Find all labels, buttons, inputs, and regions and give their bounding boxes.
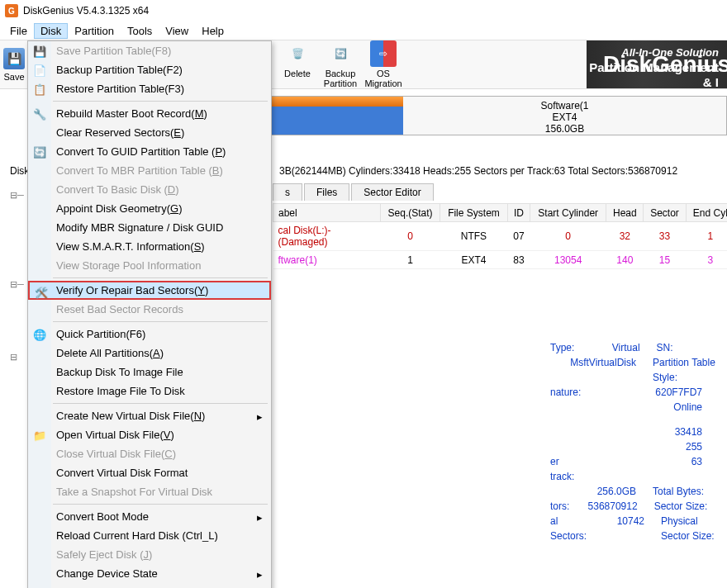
detail-type-label: Type: xyxy=(550,340,574,355)
detail-al-sectors-value: 10742 xyxy=(587,514,661,543)
col-id[interactable]: ID xyxy=(507,204,530,222)
repair-icon: 🔧 xyxy=(32,107,47,121)
partition-seg2-size: 156.0GB xyxy=(403,123,726,135)
col-label[interactable]: abel xyxy=(273,204,381,222)
detail-heads-value: 255 xyxy=(579,439,719,454)
detail-type-value: Virtual xyxy=(574,340,656,355)
menu-convert-mbr[interactable]: Convert To MBR Partition Table (B) xyxy=(28,161,271,180)
globe-icon: 🌐 xyxy=(32,327,47,342)
detail-pts-label: Partition Table Style: xyxy=(653,355,719,385)
detail-sector-size-label: Sector Size: xyxy=(654,499,719,514)
trash-icon: 🗑️ xyxy=(284,40,311,67)
menu-save-partition-table[interactable]: 💾 Save Partition Table(F8) xyxy=(28,41,271,60)
detail-total-bytes-label: Total Bytes: xyxy=(653,484,719,499)
backup-partition-label: Backup Partition xyxy=(321,69,360,88)
save-label: Save xyxy=(1,72,27,82)
col-seq[interactable]: Seq.(Stat) xyxy=(381,204,440,222)
menu-disk[interactable]: Disk xyxy=(34,23,68,39)
menu-appoint-geometry[interactable]: Appoint Disk Geometry(G) xyxy=(28,199,271,218)
tree-node-icon[interactable]: ⊟─ xyxy=(10,279,24,290)
toolbar-save-button[interactable]: Save xyxy=(0,40,28,89)
restore-icon: 📋 xyxy=(32,82,47,97)
detail-model-value: MsftVirtualDisk xyxy=(567,355,653,385)
menu-partition[interactable]: Partition xyxy=(68,23,121,39)
menu-view-smart[interactable]: View S.M.A.R.T. Information(S) xyxy=(28,237,271,256)
detail-tors-value: 536870912 xyxy=(569,499,653,514)
tab-files[interactable]: Files xyxy=(304,183,349,201)
detail-cap-value: 256.0GB xyxy=(567,484,653,499)
menu-open-virtual-disk[interactable]: 📁 Open Virtual Disk File(V) xyxy=(28,425,271,444)
menu-restore-disk-image[interactable]: Restore Image File To Disk xyxy=(28,382,271,401)
detail-sn-label: SN: xyxy=(657,340,719,355)
tree-node-icon[interactable]: ⊟─ xyxy=(10,190,24,201)
table-header-row: abel Seq.(Stat) File System ID Start Cyl… xyxy=(273,204,728,222)
chevron-right-icon: ▸ xyxy=(257,410,263,423)
table-icon: 📄 xyxy=(32,63,47,78)
menu-convert-basic[interactable]: Convert To Basic Disk (D) xyxy=(28,180,271,199)
detail-nature-value: 620F7FD7 xyxy=(581,385,719,400)
detail-status-value: Online xyxy=(579,400,719,415)
menu-safely-eject[interactable]: Safely Eject Disk (J) xyxy=(28,545,271,564)
col-start-cyl[interactable]: Start Cylinder xyxy=(530,204,606,222)
toolbar-backup-partition-button[interactable]: 🔄 Backup Partition xyxy=(319,37,362,92)
tab-sector-editor[interactable]: Sector Editor xyxy=(351,183,433,201)
menu-delete-all-partitions[interactable]: Delete All Partitions(A) xyxy=(28,344,271,363)
detail-phys-sector-label: Physical Sector Size: xyxy=(661,514,719,543)
partition-seg2-fs: EXT4 xyxy=(403,111,726,123)
menu-convert-virtual-format[interactable]: Convert Virtual Disk Format xyxy=(28,463,271,482)
col-sector[interactable]: Sector xyxy=(644,204,686,222)
menu-reset-bad-sectors[interactable]: Reset Bad Sector Records xyxy=(28,300,271,319)
title-bar: G DiskGenius V5.4.3.1325 x64 xyxy=(0,0,727,21)
tab-partitions-partial[interactable]: s xyxy=(273,183,302,201)
menu-take-snapshot[interactable]: Take a Snapshot For Virtual Disk xyxy=(28,482,271,501)
menu-rebuild-mbr[interactable]: 🔧 Rebuild Master Boot Record(M) xyxy=(28,104,271,123)
menu-tools[interactable]: Tools xyxy=(121,23,159,39)
menu-convert-guid[interactable]: 🔄 Convert To GUID Partition Table (P) xyxy=(28,142,271,161)
menu-clear-reserved-sectors[interactable]: Clear Reserved Sectors(E) xyxy=(28,123,271,142)
menu-quick-partition[interactable]: 🌐 Quick Partition(F6) xyxy=(28,325,271,344)
folder-icon: 📁 xyxy=(32,428,47,443)
brand-tagline-2: Partition Management & I xyxy=(587,60,719,88)
chevron-right-icon: ▸ xyxy=(257,511,263,524)
col-fs[interactable]: File System xyxy=(440,204,508,222)
menu-close-virtual-disk[interactable]: Close Virtual Disk File(C) xyxy=(28,444,271,463)
table-row[interactable]: cal Disk(L:)-(Damaged) 0 NTFS 07 0 32 33… xyxy=(273,222,728,251)
menu-view-storage-pool[interactable]: View Storage Pool Information xyxy=(28,256,271,275)
partition-seg2-label: Software(1 xyxy=(403,100,726,111)
detail-tors-label: tors: xyxy=(550,499,569,514)
detail-al-sectors-label: al Sectors: xyxy=(550,514,587,543)
partition-table: abel Seq.(Stat) File System ID Start Cyl… xyxy=(273,203,727,269)
disk-info-line: 3B(262144MB) Cylinders:33418 Heads:255 S… xyxy=(276,162,677,180)
menu-view[interactable]: View xyxy=(159,23,195,39)
chevron-right-icon: ▸ xyxy=(257,568,263,581)
tree-node-icon[interactable]: ⊟ xyxy=(10,352,17,363)
col-head[interactable]: Head xyxy=(606,204,644,222)
menu-help[interactable]: Help xyxy=(195,23,230,39)
detail-nature-label: nature: xyxy=(550,385,581,400)
menu-backup-disk-image[interactable]: Backup Disk To Image File xyxy=(28,363,271,382)
menu-verify-repair-bad-sectors[interactable]: 🛠️ Verify Or Repair Bad Sectors(Y) xyxy=(28,281,271,300)
save-icon: 💾 xyxy=(32,44,47,59)
detail-cyl-value: 33418 xyxy=(579,424,719,439)
menu-file[interactable]: File xyxy=(3,23,34,39)
app-logo-icon: G xyxy=(5,4,18,17)
menu-reload-hard-disk[interactable]: Reload Current Hard Disk (Ctrl_L) xyxy=(28,526,271,545)
disk-label-left: Disk xyxy=(7,162,29,180)
save-icon xyxy=(3,48,25,69)
tools-icon: 🛠️ xyxy=(34,285,49,300)
brand-tagline-1: All-In-One Solution xyxy=(587,45,719,60)
table-row[interactable]: ftware(1) 1 EXT4 83 13054 140 15 3 xyxy=(273,251,728,269)
menu-modify-mbr-sig[interactable]: Modify MBR Signature / Disk GUID xyxy=(28,218,271,237)
disk-details-panel: Type: Virtual SN: MsftVirtualDisk Partit… xyxy=(545,324,724,548)
menu-change-device-state[interactable]: Change Device State ▸ xyxy=(28,564,271,583)
toolbar-delete-button[interactable]: 🗑️ Delete xyxy=(276,37,319,92)
menu-restore-partition-table[interactable]: 📋 Restore Partition Table(F3) xyxy=(28,79,271,98)
toolbar-os-migration-button[interactable]: ⇨ OS Migration xyxy=(362,37,405,92)
col-end-cyl[interactable]: End Cyl xyxy=(686,204,727,222)
menu-backup-partition-table[interactable]: 📄 Backup Partition Table(F2) xyxy=(28,60,271,79)
menu-create-virtual-disk[interactable]: Create New Virtual Disk File(N) ▸ xyxy=(28,406,271,425)
menu-convert-boot-mode[interactable]: Convert Boot Mode ▸ xyxy=(28,507,271,526)
menu-trim-optimization[interactable]: TRIM Optimization xyxy=(28,583,271,588)
brand-banner: DiskGenius All-In-One Solution Partition… xyxy=(405,40,727,88)
window-title: DiskGenius V5.4.3.1325 x64 xyxy=(23,5,149,17)
